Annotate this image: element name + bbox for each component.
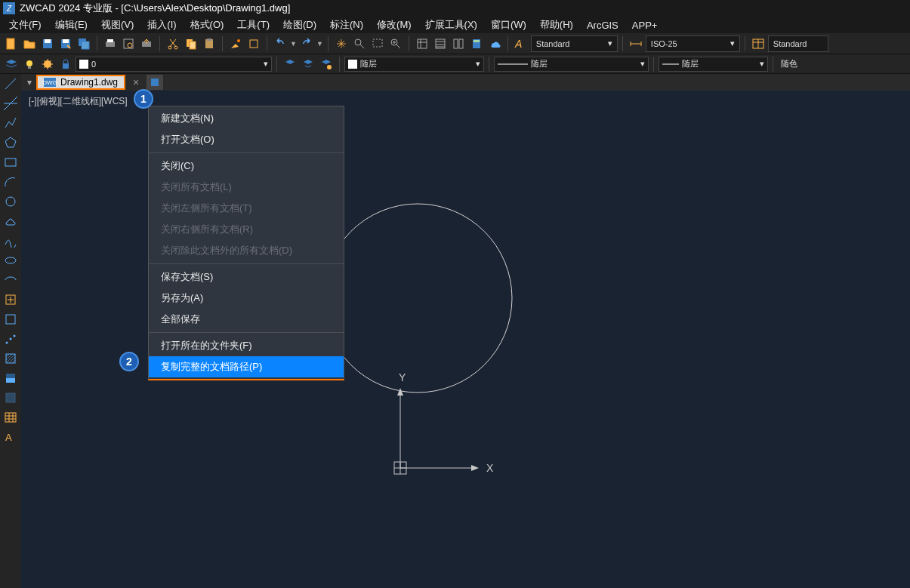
tool-palette-icon[interactable] [450,35,467,52]
cut-icon[interactable] [165,35,181,52]
circle-icon[interactable] [2,193,19,210]
ctx-copy-path[interactable]: 复制完整的文档路径(P) [149,356,344,377]
separator [149,332,344,333]
gradient-icon[interactable] [2,370,19,386]
menu-ext[interactable]: 扩展工具(X) [419,17,483,33]
menu-insert[interactable]: 插入(I) [141,17,182,33]
calc-icon[interactable] [468,35,485,52]
properties-icon[interactable] [414,35,430,52]
block-icon[interactable] [245,35,262,52]
menu-edit[interactable]: 编辑(E) [49,17,94,33]
layerstate-lock-icon[interactable] [57,56,74,72]
polygon-icon[interactable] [2,134,19,151]
ctx-saveas[interactable]: 另存为(A) [149,288,344,309]
point-icon[interactable] [2,331,19,347]
svg-text:A: A [514,38,522,50]
linetype-combo[interactable]: 随层 ▾ [494,57,649,72]
insert-block-icon[interactable] [2,291,19,308]
tablestyle-combo[interactable]: Standard [768,35,828,52]
ctx-saveall[interactable]: 全部保存 [149,309,344,330]
ctx-new[interactable]: 新建文档(N) [149,108,344,129]
textstyle-icon[interactable]: A [513,35,529,52]
dimstyle-icon[interactable] [628,35,644,52]
ellipse-arc-icon[interactable] [2,272,19,288]
lineweight-combo[interactable]: 随层 ▾ [659,57,768,72]
saveall-icon[interactable] [76,35,92,52]
menu-dim[interactable]: 标注(N) [324,17,369,33]
mtext-icon[interactable]: A [2,429,19,445]
separator [773,57,773,72]
menu-draw[interactable]: 绘图(D) [277,17,322,33]
chevron-down-icon: ▾ [608,38,612,48]
print-preview-icon[interactable] [120,35,137,52]
plus-icon [150,77,160,88]
paste-icon[interactable] [201,35,217,52]
new-icon[interactable] [3,35,20,52]
hatch-icon[interactable] [2,350,19,367]
table-icon[interactable] [2,409,19,426]
revcloud-icon[interactable] [2,213,19,229]
make-block-icon[interactable] [2,311,19,328]
layermatch-icon[interactable] [318,56,335,72]
new-tab-button[interactable] [147,75,163,90]
textstyle-combo[interactable]: Standard ▾ [531,35,618,52]
copy-icon[interactable] [183,35,199,52]
menu-tools[interactable]: 工具(T) [231,17,276,33]
tablestyle-icon[interactable] [750,35,767,52]
polyline-icon[interactable] [2,115,19,131]
menu-format[interactable]: 格式(O) [184,17,230,33]
undo-icon[interactable] [272,35,288,52]
ctx-open-folder[interactable]: 打开所在的文件夹(F) [149,335,344,356]
save-icon[interactable] [39,35,56,52]
tab-list-dropdown-icon[interactable]: ▾ [24,77,35,88]
layermgr-icon[interactable] [3,56,20,72]
tab-drawing1[interactable]: DWG Drawing1.dwg [36,75,125,90]
open-icon[interactable] [21,35,38,52]
layer-combo[interactable]: 0 ▾ [76,57,272,72]
ctx-close[interactable]: 关闭(C) [149,155,344,177]
publish-icon[interactable] [138,35,155,52]
color-combo[interactable]: 随层 ▾ [344,57,484,72]
match-icon[interactable] [227,35,244,52]
menu-arcgis[interactable]: ArcGIS [581,18,625,32]
menu-help[interactable]: 帮助(H) [534,17,579,33]
layerprev-icon[interactable] [300,56,316,72]
arc-icon[interactable] [2,174,19,190]
menu-file[interactable]: 文件(F) [3,17,48,33]
saveas-icon[interactable] [57,35,74,52]
menu-modify[interactable]: 修改(M) [371,17,418,33]
rectangle-icon[interactable] [2,154,19,171]
separator [328,36,329,51]
plotstyle-combo[interactable]: 随色 [778,57,853,72]
pan-icon[interactable] [333,35,350,52]
zoom-window-icon[interactable] [369,35,386,52]
ctx-open[interactable]: 打开文档(O) [149,129,344,150]
menu-view[interactable]: 视图(V) [95,17,140,33]
menu-appplus[interactable]: APP+ [626,18,664,32]
spline-icon[interactable] [2,232,19,249]
layerstate-freeze-icon[interactable] [39,56,56,72]
print-icon[interactable] [102,35,119,52]
separator [622,36,623,51]
dimstyle-combo[interactable]: ISO-25 ▾ [646,35,740,52]
zoom-prev-icon[interactable] [387,35,404,52]
annotation-callout-2: 2 [119,352,139,371]
viewport-label[interactable]: [-][俯视][二维线框][WCS] [29,95,128,108]
ellipse-icon[interactable] [2,252,19,269]
redo-icon[interactable] [298,35,315,52]
menu-window[interactable]: 窗口(W) [485,17,532,33]
line-icon[interactable] [2,75,19,92]
layerstate-bulb-icon[interactable] [21,56,38,72]
undo-dropdown-icon[interactable]: ▼ [290,40,297,48]
zoom-realtime-icon[interactable] [351,35,368,52]
region-icon[interactable] [2,389,19,406]
ctx-save[interactable]: 保存文档(S) [149,266,344,288]
svg-point-20 [355,39,361,45]
design-center-icon[interactable] [432,35,449,52]
redo-dropdown-icon[interactable]: ▼ [316,40,323,48]
draw-toolbar: A [0,74,21,588]
cloud-icon[interactable] [486,35,503,52]
layeriso-icon[interactable] [282,56,298,72]
tab-close-icon[interactable]: × [127,76,145,88]
xline-icon[interactable] [2,95,19,112]
